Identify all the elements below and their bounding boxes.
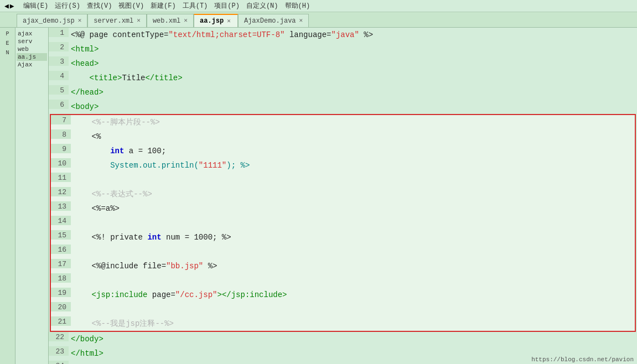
line-number: 2 <box>49 42 69 51</box>
tab-ajaxdemo-java[interactable]: AjaxDemo.java ✕ <box>238 14 309 27</box>
bottom-url-bar: https://blog.csdn.net/pavion <box>528 355 637 364</box>
line-number: 5 <box>49 85 69 95</box>
menu-help[interactable]: 帮助(H) <box>285 1 310 11</box>
line-content: <%=a%> <box>71 201 635 216</box>
line-content: System.out.println("1111"); %> <box>71 158 635 173</box>
line-content <box>71 173 635 175</box>
line-content: </head> <box>69 85 637 100</box>
code-area: 1<%@ page contentType="text/html;charset… <box>49 28 637 364</box>
line-number: 10 <box>51 158 71 168</box>
code-line: 2<html> <box>49 42 637 56</box>
line-content: <%@ page contentType="text/html;charset=… <box>69 28 637 42</box>
line-number: 19 <box>51 288 71 297</box>
tab-bar: ajax_demo.jsp ✕ server.xml ✕ web.xml ✕ a… <box>0 12 637 28</box>
tab-label: AjaxDemo.java <box>244 17 296 25</box>
code-line: 3<head> <box>49 56 637 71</box>
tab-close-icon[interactable]: ✕ <box>227 18 231 24</box>
line-number: 6 <box>49 100 69 109</box>
menu-project[interactable]: 项目(P) <box>214 1 240 11</box>
code-line: 9 int a = 100; <box>51 144 635 158</box>
tab-label: web.xml <box>153 17 180 25</box>
code-line: 19 <jsp:include page="/cc.jsp"></jsp:inc… <box>51 288 635 302</box>
line-content: <%--脚本片段--%> <box>71 115 635 129</box>
sidebar-e: E <box>4 39 10 48</box>
menu-bar: ◀ ▶ 编辑(E) 运行(S) 查找(V) 视图(V) 新建(F) 工具(T) … <box>0 0 637 12</box>
line-number: 1 <box>49 28 69 37</box>
code-line: 20 <box>51 302 635 316</box>
tab-close-icon[interactable]: ✕ <box>299 18 303 24</box>
tab-label: ajax_demo.jsp <box>23 17 75 25</box>
menu-tools[interactable]: 工具(T) <box>183 1 208 11</box>
sidebar-n: N <box>4 49 10 57</box>
menu-find[interactable]: 查找(V) <box>87 1 112 11</box>
forward-icon[interactable]: ▶ <box>10 2 14 11</box>
menu-edit[interactable]: 编辑(E) <box>23 1 49 11</box>
line-content: int a = 100; <box>71 144 635 158</box>
project-item-ajax2[interactable]: Ajax <box>17 61 47 69</box>
project-item-web[interactable]: web <box>17 45 47 53</box>
line-content: </body> <box>69 332 637 346</box>
line-number: 12 <box>51 187 71 196</box>
line-number: 24 <box>49 361 69 364</box>
line-content: <head> <box>69 56 637 71</box>
tab-label: server.xml <box>94 17 133 25</box>
line-content: <title>Title</title> <box>69 71 637 85</box>
tab-web-xml[interactable]: web.xml ✕ <box>147 14 194 27</box>
line-number: 22 <box>49 332 69 341</box>
code-line: 16 <box>51 245 635 259</box>
line-number: 13 <box>51 201 71 211</box>
tab-ajax-demo-jsp[interactable]: ajax_demo.jsp ✕ <box>17 14 87 27</box>
project-item-serv[interactable]: serv <box>17 38 47 45</box>
line-number: 3 <box>49 56 69 66</box>
line-content: <body> <box>69 100 637 114</box>
code-line: 1<%@ page contentType="text/html;charset… <box>49 28 637 42</box>
line-content: <%--我是jsp注释--%> <box>71 316 635 331</box>
code-line: 11 <box>51 173 635 187</box>
tab-close-icon[interactable]: ✕ <box>137 18 141 24</box>
code-line: 6<body> <box>49 100 637 114</box>
line-content: <html> <box>69 42 637 56</box>
menu-view[interactable]: 视图(V) <box>118 1 144 11</box>
code-editor[interactable]: 1<%@ page contentType="text/html;charset… <box>49 28 637 364</box>
menu-custom[interactable]: 自定义(N) <box>246 1 278 11</box>
code-line: 7 <%--脚本片段--%> <box>51 115 635 129</box>
line-content: <%--表达式--%> <box>71 187 635 201</box>
line-content <box>71 273 635 275</box>
code-line: 5</head> <box>49 85 637 100</box>
menu-run[interactable]: 运行(S) <box>55 1 80 11</box>
tab-close-icon[interactable]: ✕ <box>184 18 188 24</box>
line-content: <%@include file="bb.jsp" %> <box>71 259 635 273</box>
line-number: 11 <box>51 173 71 182</box>
line-number: 21 <box>51 316 71 326</box>
line-number: 18 <box>51 273 71 283</box>
code-line: 10 System.out.println("1111"); %> <box>51 158 635 173</box>
line-number: 16 <box>51 245 71 254</box>
project-item-aa[interactable]: aa.js <box>17 53 47 61</box>
main-layout: P E N ajax serv web aa.js Ajax 1<%@ page… <box>0 28 637 364</box>
tab-close-icon[interactable]: ✕ <box>78 18 82 24</box>
code-line: 21 <%--我是jsp注释--%> <box>51 316 635 331</box>
tab-server-xml[interactable]: server.xml ✕ <box>87 14 147 27</box>
line-number: 23 <box>49 346 69 356</box>
url-text: https://blog.csdn.net/pavion <box>531 356 634 363</box>
project-item-ajax[interactable]: ajax <box>17 30 47 38</box>
code-line: 4 <title>Title</title> <box>49 71 637 85</box>
project-panel: ajax serv web aa.js Ajax <box>15 28 49 364</box>
line-number: 20 <box>51 302 71 311</box>
line-number: 15 <box>51 230 71 240</box>
line-content <box>71 302 635 304</box>
line-content <box>71 216 635 218</box>
back-icon[interactable]: ◀ <box>4 2 9 11</box>
line-number: 4 <box>49 71 69 80</box>
code-line: 15 <%! private int num = 1000; %> <box>51 230 635 245</box>
tab-aa-jsp[interactable]: aa.jsp ✕ <box>194 14 238 27</box>
code-line: 22</body> <box>49 332 637 346</box>
code-line: 8 <% <box>51 129 635 144</box>
code-line: 18 <box>51 273 635 288</box>
line-number: 14 <box>51 216 71 225</box>
menu-new[interactable]: 新建(F) <box>151 1 176 11</box>
tab-label: aa.jsp <box>200 17 224 25</box>
line-content <box>71 245 635 247</box>
line-number: 17 <box>51 259 71 268</box>
line-content: <% <box>71 129 635 144</box>
